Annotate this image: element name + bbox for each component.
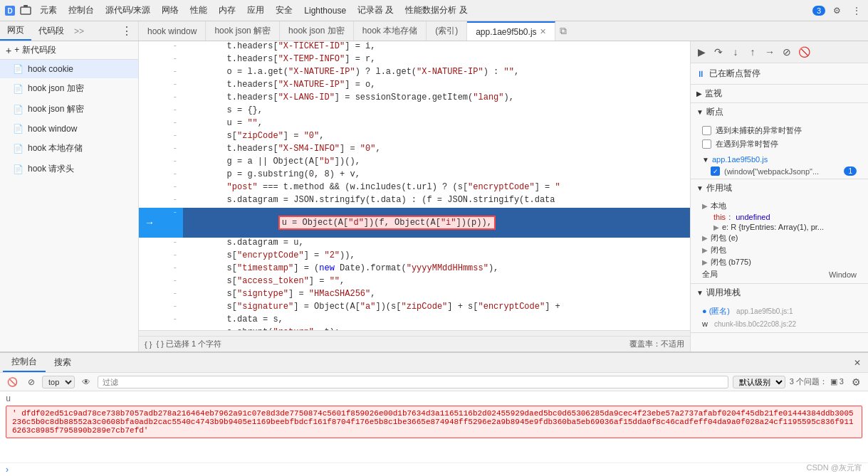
horizontal-scrollbar[interactable] [139,330,690,336]
editor-tab-hook-window[interactable]: hook window [139,21,206,41]
console-level-select[interactable]: 默认级别 [733,376,785,388]
menu-network[interactable]: 网络 [156,1,184,19]
sidebar-tabs-more[interactable]: >> [71,25,87,38]
dont-pause-exceptions-button[interactable]: 🚫 [796,44,812,60]
editor-tab-hook-json-decode[interactable]: hook json 解密 [206,21,280,41]
step-out-button[interactable]: ↑ [745,44,760,60]
code-line: - g = a || Object(A["b"])(), [139,157,690,169]
callstack-section-header[interactable]: ▼ 调用堆栈 [691,284,868,302]
scope-this-key: this [713,213,726,221]
line-gutter[interactable] [139,263,160,276]
line-gutter[interactable] [139,238,160,250]
bottom-close-icon[interactable]: ✕ [849,356,865,369]
scope-closure-b775[interactable]: ▶ 闭包 (b775) [702,256,857,268]
editor-tab-hook-localstorage[interactable]: hook 本地存储 [354,21,427,41]
watch-section-header[interactable]: ▶ 监视 [691,85,868,102]
line-gutter[interactable] [139,276,160,289]
console-settings-icon[interactable]: ⚙ [848,374,864,390]
menu-performance[interactable]: 性能 [184,1,213,19]
scope-closure-e[interactable]: ▶ 闭包 (e) [702,232,857,244]
scope-e[interactable]: ▶ e: R {tryEntries: Array(1), pr... [713,222,857,232]
console-block-icon[interactable]: ⊘ [25,376,38,388]
line-gutter-arrow[interactable]: → [139,208,160,238]
line-gutter[interactable] [139,169,160,182]
line-gutter[interactable] [139,195,160,208]
menu-lighthouse[interactable]: Lighthouse [298,3,352,18]
line-gutter[interactable] [139,327,160,330]
right-panel-scrollable[interactable]: ⏸ 已在断点暂停 ▶ 监视 ▼ 断点 遇到未捕获的异常 [691,63,868,351]
new-snippet-button[interactable]: + + 新代码段 [0,41,138,60]
menu-console[interactable]: 控制台 [63,1,100,19]
tab-webpage[interactable]: 网页 [0,21,31,41]
sidebar-item-hook-json-decode[interactable]: 📄 hook json 解密 [0,99,138,120]
line-gutter[interactable] [139,118,160,131]
line-gutter[interactable] [139,289,160,302]
callstack-item-anon[interactable]: ● (匿名) app.1ae9f5b0.js:1 [702,305,857,318]
scope-section-header[interactable]: ▼ 作用域 [691,179,868,197]
scope-closure-b775-arrow-icon: ▶ [702,258,708,266]
menu-application[interactable]: 应用 [241,1,270,19]
line-gutter[interactable] [139,182,160,195]
console-eye-icon[interactable]: 👁 [79,376,93,388]
tab-search[interactable]: 搜索 [46,354,80,371]
code-line: - e.abrupt("return", t); [139,327,690,330]
breakpoint-uncaught-checkbox[interactable] [702,126,711,135]
line-gutter[interactable] [139,314,160,327]
breakpoint-file-checkbox[interactable]: ✓ [711,166,720,176]
menu-perf-insights[interactable]: 性能数据分析 及 [399,1,473,19]
callstack-item-chunk[interactable]: w chunk-libs.b0c22c08.js:22 [702,318,857,329]
line-gutter[interactable] [139,144,160,157]
step-over-button[interactable]: ↷ [711,44,726,60]
menu-sources[interactable]: 源代码/来源 [100,1,156,19]
more-menu-icon[interactable]: ⋮ [849,4,864,18]
console-issues-count[interactable]: 3 个问题： ▣ 3 [790,376,844,387]
sidebar-item-hook-json-encode[interactable]: 📄 hook json 加密 [0,78,138,99]
editor-tab-hook-json-encode[interactable]: hook json 加密 [280,21,354,41]
deactivate-breakpoints-button[interactable]: ⊘ [779,44,795,60]
scope-closure[interactable]: ▶ 闭包 [702,244,857,256]
step-button[interactable]: → [762,44,778,60]
line-gutter[interactable] [139,157,160,169]
line-gutter[interactable] [139,131,160,144]
line-gutter[interactable] [139,92,160,105]
code-view[interactable]: - t.headers["X-TICKET-ID"] = i, - t.head… [139,41,690,330]
line-gutter[interactable] [139,302,160,314]
step-into-button[interactable]: ↓ [728,44,743,60]
devtools-icon2 [19,4,33,18]
sidebar-more-icon[interactable]: ⋮ [115,23,138,39]
tab-split-icon[interactable]: ⧉ [555,23,571,38]
issues-badge[interactable]: 3 [812,6,825,16]
menu-security[interactable]: 安全 [270,1,298,19]
sidebar-item-hook-window[interactable]: 📄 hook window [0,120,138,138]
line-gutter[interactable] [139,105,160,118]
menu-recorder[interactable]: 记录器 及 [352,1,399,19]
line-gutter[interactable] [139,67,160,80]
editor-tab-index[interactable]: (索引) [427,21,467,41]
sidebar-item-hook-localstorage[interactable]: 📄 hook 本地存储 [0,138,138,159]
console-filter-input[interactable] [98,376,728,388]
breakpoints-arrow-icon: ▼ [696,108,704,116]
console-clear-icon[interactable]: 🚫 [4,376,21,388]
settings-icon[interactable]: ⚙ [830,4,844,18]
menu-elements[interactable]: 元素 [34,1,63,19]
menu-memory[interactable]: 内存 [213,1,241,19]
scope-local[interactable]: ▶ 本地 [702,200,857,212]
line-gutter[interactable] [139,250,160,263]
editor-tab-app-js[interactable]: app.1ae9f5b0.js ✕ [467,21,555,41]
line-gutter[interactable] [139,80,160,92]
breakpoint-uncaught-label: 遇到未捕获的异常时暂停 [716,125,802,136]
resume-button[interactable]: ▶ [694,44,709,60]
console-context-select[interactable]: top [42,376,75,388]
console-prompt-input[interactable] [14,465,862,475]
line-gutter[interactable] [139,41,160,54]
sidebar-item-hook-cookie[interactable]: 📄 hook cookie [0,60,138,78]
tab-snippet[interactable]: 代码段 [31,22,71,40]
sidebar-item-hook-headers[interactable]: 📄 hook 请求头 [0,159,138,179]
breakpoint-file-header[interactable]: ▼ app.1ae9f5b0.js [702,155,857,164]
line-gutter[interactable] [139,54,160,67]
breakpoints-section-header[interactable]: ▼ 断点 [691,103,868,121]
tab-console[interactable]: 控制台 [3,353,46,372]
code-line: - t.headers["X-SM4-INFO"] = "0", [139,144,690,157]
breakpoint-caught-checkbox[interactable] [702,139,711,149]
editor-tab-close-icon[interactable]: ✕ [540,27,546,36]
